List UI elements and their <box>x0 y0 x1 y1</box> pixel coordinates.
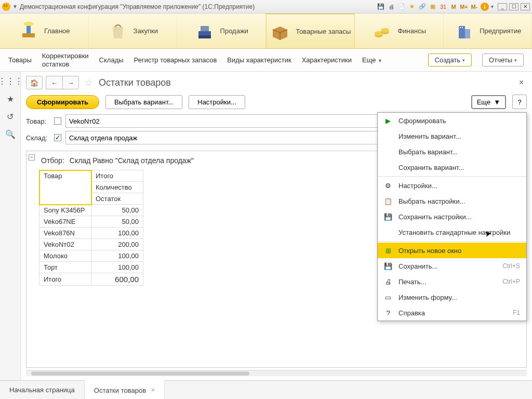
window-title: Демонстрационная конфигурация "Управляем… <box>20 3 377 10</box>
nav-enterprise[interactable]: Предприятие <box>444 14 533 48</box>
star-icon[interactable]: ★ <box>408 3 416 11</box>
settings-button[interactable]: Настройки... <box>189 95 245 109</box>
menu-settings[interactable]: ⚙Настройки... <box>378 178 526 193</box>
help-icon: ? <box>384 309 392 317</box>
nav-inventory[interactable]: Товарные запасы <box>266 14 355 48</box>
favorite-icon[interactable]: ★ <box>5 94 16 104</box>
menu-open-new-window[interactable]: ⊞Открыть новое окно <box>378 243 526 258</box>
app-logo-icon <box>2 3 10 11</box>
table-row: Молоко100,00 <box>39 250 143 262</box>
subnav-goods[interactable]: Товары <box>8 56 32 64</box>
table-total-row: Итого600,00 <box>39 273 143 286</box>
app-menu-dropdown-icon[interactable]: ▼ <box>12 4 18 9</box>
maximize-button[interactable]: ☐ <box>509 3 518 10</box>
menu-change-variant[interactable]: Изменить вариант... <box>378 128 526 144</box>
doc-icon[interactable]: 📄 <box>397 3 406 11</box>
choose-variant-button[interactable]: Выбрать вариант... <box>105 95 182 109</box>
subnav-char-types[interactable]: Виды характеристик <box>227 56 291 64</box>
lamp-icon <box>18 21 39 42</box>
menu-choose-settings[interactable]: 📋Выбрать настройки... <box>378 193 526 209</box>
info-dropdown-icon[interactable]: ▾ <box>491 4 494 9</box>
subnav-register[interactable]: Регистр товарных запасов <box>134 56 217 64</box>
close-page-button[interactable]: × <box>516 78 527 87</box>
svg-rect-4 <box>201 26 209 31</box>
nav-purchases[interactable]: Закупки <box>89 14 178 48</box>
table-row: Sony K3456P50,00 <box>39 205 143 216</box>
tab-home[interactable]: Начальная страница <box>0 381 85 399</box>
subnav-corrections[interactable]: Корректировки остатков <box>42 52 89 68</box>
product-filter-label: Товар: <box>26 117 50 125</box>
close-window-button[interactable]: ✕ <box>521 3 530 10</box>
save-icon[interactable]: 💾 <box>377 3 385 11</box>
menu-run[interactable]: ▶Сформировать <box>378 113 526 128</box>
main-nav: Главное Закупки Продажи Товарные запасы … <box>0 14 532 49</box>
subnav-more[interactable]: Еще ▼ <box>362 56 382 64</box>
table-row: Торт100,00 <box>39 262 143 273</box>
horizontal-scrollbar[interactable] <box>26 370 527 376</box>
close-tab-icon[interactable]: × <box>151 387 155 394</box>
warehouse-filter-checkbox[interactable] <box>54 134 61 141</box>
back-button[interactable]: ← <box>46 76 62 89</box>
form-icon: ▭ <box>384 293 392 301</box>
create-button[interactable]: Создать▾ <box>428 54 472 66</box>
table-row: Veko67NE50,00 <box>39 216 143 228</box>
menu-save[interactable]: 💾Сохранить...Ctrl+S <box>378 258 526 274</box>
menu-save-variant[interactable]: Сохранить вариант... <box>378 159 526 175</box>
collapse-toggle[interactable]: − <box>29 154 35 161</box>
m-plus-button[interactable]: M+ <box>460 3 468 11</box>
svg-rect-12 <box>460 27 461 28</box>
pick-icon: 📋 <box>384 197 392 205</box>
bottom-tabs: Начальная страница Остатки товаров× <box>0 380 532 399</box>
menu-separator <box>378 241 526 242</box>
subnav-characteristics[interactable]: Характеристики <box>302 56 352 64</box>
home-button[interactable]: 🏠 <box>26 76 43 89</box>
bookmark-star-icon[interactable]: ☆ <box>84 77 92 88</box>
forward-button[interactable]: → <box>62 76 79 89</box>
nav-main[interactable]: Главное <box>0 14 89 48</box>
report-table: Товар Итого Количество Остаток Sony K345… <box>39 170 143 286</box>
calc-icon[interactable]: ▦ <box>429 3 437 11</box>
warehouse-filter-label: Склад: <box>26 134 50 142</box>
menu-separator <box>378 176 526 177</box>
printer-icon: 🖨 <box>384 277 392 286</box>
page-title: Остатки товаров <box>99 77 171 88</box>
run-report-button[interactable]: Сформировать <box>26 95 99 109</box>
nav-finance[interactable]: Финансы <box>355 14 444 48</box>
col-rest: Остаток <box>91 193 143 205</box>
more-button[interactable]: Еще▼ <box>471 95 506 109</box>
calendar-icon[interactable]: 31 <box>439 3 447 11</box>
m-minus-button[interactable]: M- <box>470 3 478 11</box>
coins-icon <box>371 21 392 42</box>
subnav-warehouses[interactable]: Склады <box>99 56 124 64</box>
titlebar: ▼ Демонстрационная конфигурация "Управля… <box>0 0 532 14</box>
svg-rect-0 <box>22 33 35 37</box>
tab-current[interactable]: Остатки товаров× <box>85 380 165 399</box>
minimize-button[interactable]: _ <box>498 3 507 10</box>
svg-point-2 <box>23 22 34 26</box>
nav-sales[interactable]: Продажи <box>177 14 266 48</box>
menu-print[interactable]: 🖨Печать...Ctrl+P <box>378 274 526 289</box>
building-icon <box>454 21 474 42</box>
menu-save-settings[interactable]: 💾Сохранить настройки... <box>378 209 526 224</box>
more-dropdown-menu: ▶Сформировать Изменить вариант... Выбрат… <box>377 112 527 321</box>
history-icon[interactable]: ↺ <box>5 111 16 122</box>
reports-button[interactable]: Отчеты▾ <box>482 54 524 66</box>
gear-icon: ⚙ <box>384 181 392 190</box>
product-filter-checkbox[interactable] <box>54 117 61 125</box>
cashregister-icon <box>194 21 215 42</box>
box-icon <box>270 21 290 42</box>
menu-change-form[interactable]: ▭Изменить форму... <box>378 289 526 305</box>
search-sidebar-icon[interactable]: 🔍 <box>5 129 16 139</box>
print-icon[interactable]: 🖨 <box>387 3 395 11</box>
menu-choose-variant[interactable]: Выбрать вариант... <box>378 144 526 159</box>
svg-point-9 <box>381 28 389 32</box>
m-button[interactable]: M <box>449 3 458 11</box>
help-button[interactable]: ? <box>512 95 527 109</box>
svg-rect-5 <box>198 35 211 38</box>
report-filter-value: Склад Равно "Склад отдела продаж" <box>70 156 194 165</box>
menu-help[interactable]: ?СправкаF1 <box>378 305 526 321</box>
menu-default-settings[interactable]: Установить стандартные настройки <box>378 224 526 240</box>
info-icon[interactable]: i <box>481 3 489 11</box>
apps-icon[interactable]: ⋮⋮⋮ <box>5 76 16 86</box>
link-icon[interactable]: 🔗 <box>418 3 427 11</box>
